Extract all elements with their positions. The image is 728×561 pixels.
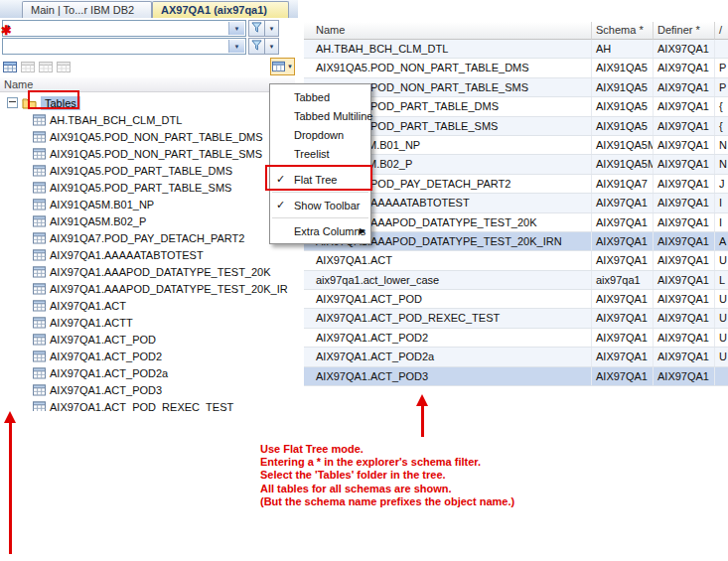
cell-name: AIX97QA1.ACT_POD bbox=[304, 290, 592, 308]
menu-item-label: Flat Tree bbox=[294, 174, 337, 186]
cell-extra: U bbox=[715, 251, 728, 269]
menu-item-show-toolbar[interactable]: ✓ Show Toolbar bbox=[270, 196, 370, 214]
schema-filter-button[interactable] bbox=[248, 20, 265, 37]
column-header-schema[interactable]: Schema * bbox=[592, 22, 654, 40]
tree-item[interactable]: AIX91QA5.POD_NON_PART_TABLE_DMS bbox=[0, 128, 295, 145]
menu-item-dropdown[interactable]: Dropdown bbox=[270, 125, 370, 144]
table-grid-icon-button-1[interactable] bbox=[2, 59, 18, 74]
cell-schema: AIX97QA1 bbox=[592, 367, 654, 385]
table-row[interactable]: AIX91QA5.POD_NON_PART_TABLE_DMSAIX91QA5A… bbox=[304, 59, 728, 77]
column-header-definer[interactable]: Definer * bbox=[654, 22, 715, 40]
tree-item[interactable]: AIX97QA1.AAAPOD_DATATYPE_TEST_20K_IR bbox=[0, 280, 295, 297]
table-row[interactable]: AIX97QA1.ACT_POD2AIX97QA1AIX97QA1U bbox=[304, 329, 728, 348]
tree-item[interactable]: AIX97QA1.ACT_POD2 bbox=[0, 348, 295, 364]
menu-item-tabbed[interactable]: Tabbed bbox=[270, 87, 370, 106]
menu-item-label: Tabbed bbox=[294, 91, 330, 103]
cell-schema: AIX91QA5M bbox=[592, 136, 654, 154]
menu-item-tabbed-multiline[interactable]: Tabbed Multiline bbox=[270, 106, 370, 125]
cell-extra: A bbox=[715, 232, 728, 250]
view-mode-menu: Tabbed Tabbed Multiline Dropdown Treelis… bbox=[269, 83, 371, 244]
tree-item-label: AIX97QA1.AAAPOD_DATATYPE_TEST_20K_IR bbox=[50, 283, 288, 295]
menu-item-label: Show Toolbar bbox=[294, 200, 360, 211]
tree-item[interactable]: AH.TBAH_BCH_CLM_DTL bbox=[0, 111, 295, 128]
tree-item[interactable]: AIX97QA1.ACT_POD bbox=[0, 331, 295, 348]
tree-item[interactable]: AIX97QA1.AAAAATABTOTEST bbox=[0, 246, 295, 263]
cell-schema: AIX91QA5 bbox=[592, 117, 654, 135]
tree-node-tables[interactable]: Tables bbox=[0, 94, 295, 111]
menu-separator bbox=[272, 166, 368, 167]
tree-item-label: AIX91QA5M.B01_NP bbox=[50, 199, 154, 210]
tree-item-label: AIX91QA5.POD_PART_TABLE_SMS bbox=[50, 182, 231, 194]
cell-schema: AIX97QA1 bbox=[592, 194, 654, 211]
tab-main-ibm-db2[interactable]: Main | To...r IBM DB2 bbox=[22, 1, 152, 18]
tree-item[interactable]: AIX97QA1.ACT bbox=[0, 297, 295, 314]
cell-schema: aix97qa1 bbox=[592, 271, 654, 289]
cell-schema: AIX91QA5 bbox=[592, 59, 654, 76]
table-icon bbox=[33, 300, 46, 312]
table-grid-icon-button-3[interactable] bbox=[38, 59, 54, 74]
explorer-column-header[interactable]: Name bbox=[0, 77, 295, 92]
collapse-icon[interactable] bbox=[7, 97, 18, 108]
chevron-down-icon[interactable]: ▼ bbox=[228, 40, 244, 53]
tree-item[interactable]: AIX91QA5.POD_PART_TABLE_DMS bbox=[0, 162, 295, 179]
tab-bar: Main | To...r IBM DB2 AX97QA1 (aix97qa1) bbox=[0, 0, 298, 18]
tree-item[interactable]: AIX91QA7.POD_PAY_DETACH_PART2 bbox=[0, 229, 295, 246]
cell-definer: AIX97QA1 bbox=[654, 40, 715, 58]
name-filter-combo[interactable]: ▼ bbox=[2, 38, 246, 55]
table-icon bbox=[33, 249, 46, 261]
table-grid-icon-button-4[interactable] bbox=[56, 59, 72, 74]
tree-item[interactable]: AIX97QA1.AAAPOD_DATATYPE_TEST_20K bbox=[0, 263, 295, 280]
table-row[interactable]: AH.TBAH_BCH_CLM_DTLAHAIX97QA1 bbox=[304, 40, 728, 59]
tree-item-label: AIX97QA1.AAAPOD_DATATYPE_TEST_20K bbox=[50, 266, 271, 278]
schema-filter-options-button[interactable]: ▼ bbox=[264, 20, 279, 37]
table-icon bbox=[33, 148, 46, 160]
tree-item[interactable]: AIX91QA5M.B01_NP bbox=[0, 196, 295, 212]
tree-item[interactable]: AIX91QA5.POD_PART_TABLE_SMS bbox=[0, 179, 295, 196]
cell-schema: AIX91QA5M bbox=[592, 155, 654, 173]
cell-extra: J bbox=[715, 175, 728, 193]
name-filter-options-button[interactable]: ▼ bbox=[264, 38, 279, 55]
tree-item[interactable]: AIX97QA1.ACTT bbox=[0, 314, 295, 331]
tree-item[interactable]: AIX97QA1.ACT_POD_REXEC_TEST bbox=[0, 398, 295, 411]
cell-definer: AIX97QA1 bbox=[654, 329, 715, 347]
table-row[interactable]: AIX97QA1.ACTAIX97QA1AIX97QA1U bbox=[304, 251, 728, 270]
tree-item[interactable]: AIX91QA5.POD_NON_PART_TABLE_SMS bbox=[0, 145, 295, 162]
annotation-arrow-filter-head bbox=[4, 411, 16, 423]
tree-item-label: AIX97QA1.ACTT bbox=[50, 317, 133, 329]
view-mode-button[interactable]: ▼ bbox=[270, 58, 295, 75]
chevron-down-icon[interactable]: ▼ bbox=[228, 22, 244, 35]
table-row[interactable]: AIX97QA1.ACT_POD2aAIX97QA1AIX97QA1U bbox=[304, 348, 728, 366]
tree-item-label: AIX97QA1.ACT_POD_REXEC_TEST bbox=[50, 401, 233, 412]
tree-item[interactable]: AIX97QA1.ACT_POD3 bbox=[0, 381, 295, 398]
schema-filter-combo[interactable]: * ▼ bbox=[2, 20, 246, 37]
cell-name: AIX97QA1.ACT_POD2 bbox=[304, 329, 592, 347]
cell-schema: AIX97QA1 bbox=[592, 251, 654, 269]
table-row[interactable]: AIX97QA1.ACT_POD3AIX97QA1AIX97QA1 bbox=[304, 367, 728, 386]
cell-extra: L bbox=[715, 271, 728, 289]
menu-item-flat-tree[interactable]: ✓ Flat Tree bbox=[270, 170, 370, 189]
table-grid-icon-button-2[interactable] bbox=[20, 59, 36, 74]
annotation-note-line: Select the 'Tables' folder in the tree. bbox=[260, 469, 514, 482]
cell-definer: AIX97QA1 bbox=[654, 309, 715, 327]
cell-definer: AIX97QA1 bbox=[654, 271, 715, 289]
table-icon bbox=[33, 199, 46, 210]
name-filter-button[interactable] bbox=[248, 38, 265, 55]
table-icon bbox=[33, 334, 46, 346]
tab-ax97qa1[interactable]: AX97QA1 (aix97qa1) bbox=[152, 1, 289, 18]
table-row[interactable]: aix97qa1.act_lower_caseaix97qa1AIX97QA1L bbox=[304, 271, 728, 290]
menu-item-extra-columns[interactable]: Extra Columns ▶ bbox=[270, 221, 370, 240]
table-row[interactable]: AIX97QA1.ACT_PODAIX97QA1AIX97QA1U bbox=[304, 290, 728, 309]
menu-item-treelist[interactable]: Treelist bbox=[270, 144, 370, 163]
cell-definer: AIX97QA1 bbox=[654, 194, 715, 211]
column-header-extra[interactable]: / bbox=[715, 22, 728, 40]
tree-item[interactable]: AIX91QA5M.B02_P bbox=[0, 212, 295, 229]
table-icon bbox=[33, 232, 46, 244]
cell-extra: N bbox=[715, 136, 728, 154]
annotation-note-line: Use Flat Tree mode. bbox=[260, 443, 514, 456]
column-header-name[interactable]: Name bbox=[304, 22, 592, 40]
tree-items-container: AH.TBAH_BCH_CLM_DTLAIX91QA5.POD_NON_PART… bbox=[0, 111, 295, 411]
table-row[interactable]: AIX97QA1.ACT_POD_REXEC_TESTAIX97QA1AIX97… bbox=[304, 309, 728, 328]
table-icon bbox=[33, 401, 46, 412]
tree-item-label: AIX91QA5.POD_PART_TABLE_DMS bbox=[50, 165, 232, 177]
tree-item[interactable]: AIX97QA1.ACT_POD2a bbox=[0, 364, 295, 381]
